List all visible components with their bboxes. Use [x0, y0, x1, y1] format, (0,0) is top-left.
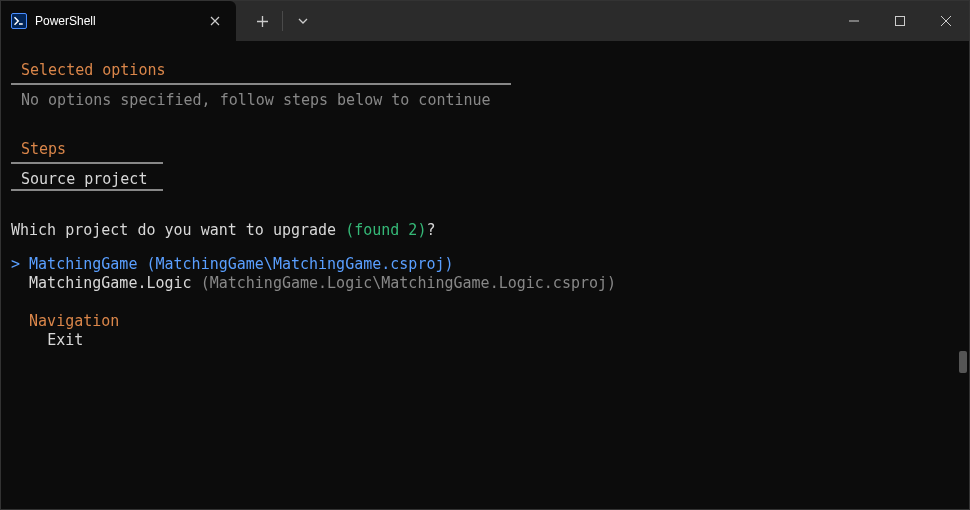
unselected-project-name: MatchingGame.Logic [29, 274, 201, 292]
terminal-content[interactable]: Selected options No options specified, f… [1, 41, 969, 509]
new-tab-button[interactable] [244, 1, 280, 41]
upgrade-prompt: Which project do you want to upgrade (fo… [11, 221, 959, 241]
unselected-project-path: (MatchingGame.Logic\MatchingGame.Logic.c… [201, 274, 616, 292]
tab-dropdown-button[interactable] [285, 1, 321, 41]
selected-project-name: MatchingGame [29, 255, 137, 273]
selection-caret: > [11, 255, 20, 273]
svg-rect-0 [896, 17, 905, 26]
exit-label: Exit [47, 331, 83, 349]
header-rule [11, 162, 163, 164]
close-window-button[interactable] [923, 1, 969, 41]
navigation-header: Navigation [11, 312, 959, 332]
minimize-button[interactable] [831, 1, 877, 41]
divider [282, 11, 283, 31]
header-rule [11, 189, 163, 191]
nav-header-text: Navigation [29, 312, 119, 330]
tab-title: PowerShell [35, 14, 198, 28]
selected-options-header: Selected options [11, 61, 959, 83]
steps-header: Steps [11, 140, 959, 162]
found-count: (found 2) [345, 221, 426, 239]
titlebar: PowerShell [1, 1, 969, 41]
window-controls [831, 1, 969, 41]
project-option-unselected[interactable]: MatchingGame.Logic (MatchingGame.Logic\M… [11, 274, 959, 294]
maximize-button[interactable] [877, 1, 923, 41]
prompt-suffix: ? [426, 221, 435, 239]
tab-close-button[interactable] [206, 12, 224, 30]
project-option-selected[interactable]: > MatchingGame (MatchingGame\MatchingGam… [11, 255, 959, 275]
header-rule [11, 83, 511, 85]
scrollbar-thumb[interactable] [959, 351, 967, 373]
nav-exit-option[interactable]: Exit [11, 331, 959, 351]
selected-options-body: No options specified, follow steps below… [11, 91, 959, 111]
prompt-prefix: Which project do you want to upgrade [11, 221, 345, 239]
tab-strip-actions [236, 1, 321, 41]
titlebar-drag-area[interactable] [321, 1, 831, 41]
tab-powershell[interactable]: PowerShell [1, 1, 236, 41]
step-source-project: Source project [11, 170, 959, 190]
selected-project-path: (MatchingGame\MatchingGame.csproj) [137, 255, 453, 273]
powershell-icon [11, 13, 27, 29]
